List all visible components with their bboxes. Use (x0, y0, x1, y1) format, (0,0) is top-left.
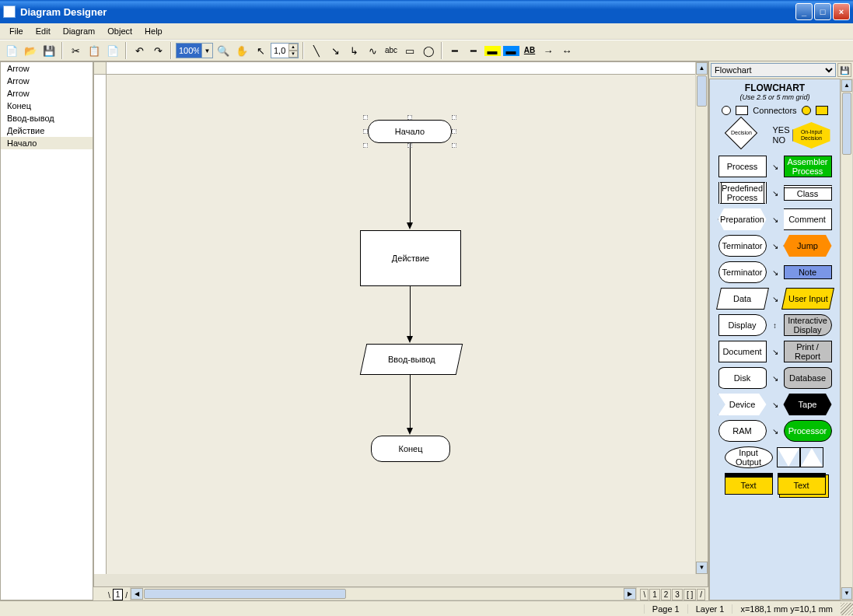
new-button[interactable]: 📄 (3, 42, 20, 59)
shape-class[interactable]: Class (784, 185, 832, 201)
shape-comment[interactable]: Comment (784, 208, 832, 230)
linecolor-button[interactable]: ━ (465, 42, 482, 59)
page-tabs[interactable]: \ 1 2 3 [ ] / (637, 587, 708, 600)
scroll-up-icon[interactable]: ▲ (696, 62, 708, 75)
menu-help[interactable]: Help (138, 25, 169, 37)
layer-tabs[interactable]: \1/ (93, 587, 130, 600)
canvas-hscrollbar[interactable]: ◀ ▶ (130, 587, 637, 600)
rect-tool[interactable]: ▭ (401, 42, 418, 59)
page-tab-add[interactable]: [ ] (683, 589, 696, 600)
zoom-combo[interactable]: ▼ (176, 43, 213, 58)
shape-palette[interactable]: FLOWCHART (Use 2.5 or 5 mm grid) Connect… (709, 79, 841, 600)
zoom-dropdown-icon[interactable]: ▼ (201, 44, 212, 58)
node-start[interactable]: Начало (368, 120, 452, 143)
diagram-canvas[interactable]: Начало Действие (107, 75, 695, 574)
shape-predef-process[interactable]: Predefined Process (718, 182, 767, 204)
list-item[interactable]: Arrow (1, 75, 93, 87)
node-io[interactable]: Ввод-вывод (360, 344, 463, 375)
ruler-horizontal[interactable] (107, 62, 695, 75)
scroll-thumb[interactable] (697, 75, 707, 107)
paste-button[interactable]: 📄 (104, 42, 121, 59)
linestyle-button[interactable]: ━ (446, 42, 463, 59)
fillcolor-button[interactable]: ▬ (484, 42, 501, 59)
spin-down-icon[interactable]: ▼ (288, 51, 298, 58)
scroll-down-icon[interactable]: ▼ (696, 562, 708, 574)
scroll-thumb[interactable] (842, 93, 851, 155)
shape-title[interactable]: Text (725, 473, 773, 495)
ruler-vertical[interactable] (94, 75, 107, 574)
connector-tool[interactable]: ↳ (345, 42, 362, 59)
shape-decision[interactable]: Decision (724, 117, 757, 149)
shape-document[interactable]: Document (718, 341, 767, 362)
arrow[interactable] (410, 143, 411, 224)
scroll-down-icon[interactable]: ▼ (841, 587, 852, 600)
arrowstyle2-button[interactable]: ↔ (558, 42, 575, 59)
shape-jump[interactable]: Jump (784, 235, 832, 257)
shape-tape[interactable]: Tape (784, 394, 832, 415)
shape-processor[interactable]: Processor (784, 420, 832, 442)
curve-tool[interactable]: ∿ (364, 42, 381, 59)
menu-file[interactable]: File (3, 25, 30, 37)
copy-button[interactable]: 📋 (86, 42, 103, 59)
menu-edit[interactable]: Edit (30, 25, 57, 37)
list-item[interactable]: Действие (1, 124, 93, 137)
shape-terminator[interactable]: Terminator (718, 235, 767, 257)
textcolor-button[interactable]: AB (521, 42, 538, 59)
shape-ram[interactable]: RAM (718, 420, 767, 442)
resize-grip-icon[interactable] (841, 603, 853, 615)
menu-diagram[interactable]: Diagram (57, 25, 102, 37)
connector-tag[interactable] (736, 106, 748, 115)
scroll-up-icon[interactable]: ▲ (841, 79, 852, 92)
list-item[interactable]: Arrow (1, 87, 93, 100)
arrow-tool[interactable]: ↘ (327, 42, 344, 59)
redo-button[interactable]: ↷ (149, 42, 166, 59)
shape-input-output[interactable]: Input Output (725, 446, 773, 468)
connector-circle[interactable] (722, 106, 731, 115)
open-button[interactable]: 📂 (22, 42, 39, 59)
arrow[interactable] (410, 375, 411, 429)
shape-device[interactable]: Device (718, 394, 767, 415)
shape-user-input[interactable]: User Input (781, 288, 834, 310)
arrow[interactable] (410, 286, 411, 338)
close-button[interactable]: × (833, 3, 850, 20)
pan-tool-button[interactable]: ✋ (233, 42, 250, 59)
minimize-button[interactable]: _ (795, 3, 813, 20)
connector-tag-yellow[interactable] (816, 106, 828, 115)
shape-terminator2[interactable]: Terminator (718, 261, 767, 283)
spin-up-icon[interactable]: ▲ (288, 44, 298, 51)
layer-tab[interactable]: 1 (113, 589, 124, 600)
shape-merge[interactable] (778, 448, 799, 467)
shape-data[interactable]: Data (716, 288, 769, 310)
shape-process[interactable]: Process (718, 156, 767, 177)
text-tool[interactable]: abc (383, 42, 400, 59)
save-button[interactable]: 💾 (40, 42, 58, 59)
page-tab[interactable]: 1 (649, 589, 660, 600)
palette-dropdown[interactable]: Flowchart (711, 63, 836, 77)
palette-vscrollbar[interactable]: ▲ ▼ (841, 79, 853, 600)
linewidth-field[interactable]: ▲▼ (271, 43, 299, 58)
list-item[interactable]: Arrow (1, 62, 93, 75)
shape-database[interactable]: Database (784, 367, 832, 389)
page-tab[interactable]: 3 (672, 589, 683, 600)
shape-asm-process[interactable]: Assembler Process (784, 156, 832, 177)
shape-extract[interactable] (801, 448, 823, 467)
zoom-tool-button[interactable]: 🔍 (215, 42, 232, 59)
canvas-vscrollbar[interactable]: ▲ ▼ (695, 62, 708, 574)
shape-preparation[interactable]: Preparation (718, 208, 767, 230)
connector-circle-yellow[interactable] (802, 106, 811, 115)
page-tab[interactable]: 2 (661, 589, 672, 600)
undo-button[interactable]: ↶ (131, 42, 148, 59)
cut-button[interactable]: ✂ (67, 42, 84, 59)
ellipse-tool[interactable]: ◯ (420, 42, 437, 59)
scroll-left-icon[interactable]: ◀ (131, 588, 143, 600)
pointer-tool-button[interactable]: ↖ (252, 42, 269, 59)
palette-save-button[interactable]: 💾 (837, 63, 851, 77)
zoom-input[interactable] (177, 44, 201, 58)
shape-print-report[interactable]: Print / Report (784, 341, 832, 362)
maximize-button[interactable]: □ (814, 3, 831, 20)
object-list[interactable]: Arrow Arrow Arrow Конец Ввод-вывод Дейст… (0, 61, 93, 600)
node-end[interactable]: Конец (371, 436, 450, 462)
shape-display[interactable]: Display (718, 314, 767, 336)
linewidth-input[interactable] (271, 46, 288, 55)
list-item[interactable]: Ввод-вывод (1, 112, 93, 124)
